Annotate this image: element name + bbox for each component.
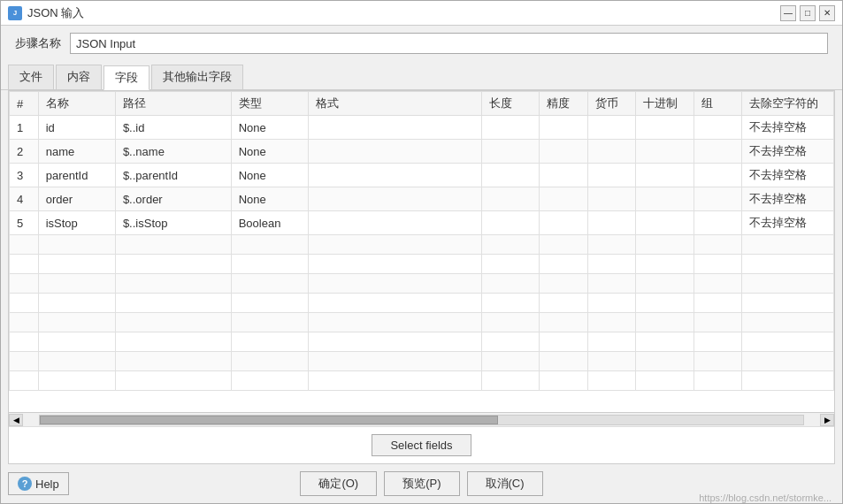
- table-cell: 不去掉空格: [742, 140, 834, 164]
- empty-cell: [231, 294, 308, 313]
- table-cell: [540, 187, 588, 211]
- empty-cell: [587, 255, 636, 274]
- empty-cell: [742, 371, 834, 391]
- title-bar-left: J JSON 输入: [8, 5, 84, 21]
- close-button[interactable]: ✕: [819, 5, 835, 21]
- tab-other-output[interactable]: 其他输出字段: [151, 65, 243, 89]
- maximize-button[interactable]: □: [800, 5, 816, 21]
- select-fields-button[interactable]: Select fields: [372, 434, 471, 456]
- table-cell: None: [231, 116, 308, 140]
- tab-file[interactable]: 文件: [8, 65, 54, 89]
- empty-cell: [115, 371, 231, 391]
- empty-cell: [308, 235, 481, 255]
- tab-fields[interactable]: 字段: [103, 65, 149, 90]
- empty-cell: [38, 332, 115, 352]
- table-cell: 1: [10, 116, 39, 140]
- title-bar: J JSON 输入 — □ ✕: [1, 1, 842, 26]
- empty-cell: [540, 313, 588, 332]
- empty-cell: [308, 332, 481, 352]
- table-body: 1id$..idNone不去掉空格2name$..nameNone不去掉空格3p…: [10, 116, 834, 391]
- empty-cell: [636, 235, 694, 255]
- table-cell: [540, 140, 588, 164]
- empty-cell: [231, 313, 308, 332]
- empty-cell: [482, 294, 540, 313]
- empty-row: [10, 255, 834, 274]
- empty-cell: [694, 274, 742, 294]
- table-row[interactable]: 3parentId$..parentIdNone不去掉空格: [10, 164, 834, 187]
- empty-row: [10, 371, 834, 391]
- table-cell: 3: [10, 164, 39, 187]
- empty-cell: [38, 235, 115, 255]
- empty-cell: [742, 235, 834, 255]
- empty-cell: [308, 371, 481, 391]
- table-row[interactable]: 5isStop$..isStopBoolean不去掉空格: [10, 211, 834, 235]
- horizontal-scrollbar[interactable]: [39, 415, 804, 425]
- main-window: J JSON 输入 — □ ✕ 步骤名称 文件 内容 字段 其他输出字段 # 名…: [0, 0, 843, 504]
- help-label: Help: [35, 477, 59, 491]
- empty-cell: [10, 274, 39, 294]
- confirm-button[interactable]: 确定(O): [300, 471, 377, 496]
- watermark: https://blog.csdn.net/stormke...: [699, 493, 832, 503]
- help-button[interactable]: ? Help: [8, 472, 69, 495]
- col-header-length: 长度: [482, 92, 540, 116]
- table-row[interactable]: 1id$..idNone不去掉空格: [10, 116, 834, 140]
- table-cell: parentId: [38, 164, 115, 187]
- fields-table: # 名称 路径 类型 格式 长度 精度 货币 十进制 组 去除空字符的 1id$…: [9, 91, 834, 391]
- minimize-button[interactable]: —: [780, 5, 796, 21]
- empty-cell: [38, 371, 115, 391]
- empty-cell: [38, 313, 115, 332]
- scrollbar-row: ◀ ▶: [9, 412, 834, 426]
- empty-cell: [308, 274, 481, 294]
- table-cell: [482, 116, 540, 140]
- empty-cell: [742, 352, 834, 371]
- table-cell: [694, 211, 742, 235]
- tab-content[interactable]: 内容: [56, 65, 102, 89]
- empty-row: [10, 332, 834, 352]
- step-name-label: 步骤名称: [15, 35, 61, 51]
- empty-cell: [587, 313, 636, 332]
- scroll-left-button[interactable]: ◀: [9, 414, 23, 426]
- step-name-input[interactable]: [70, 33, 828, 54]
- empty-cell: [587, 371, 636, 391]
- table-cell: [308, 116, 481, 140]
- window-title: JSON 输入: [27, 5, 84, 21]
- table-cell: [482, 140, 540, 164]
- table-cell: None: [231, 187, 308, 211]
- scroll-right-button[interactable]: ▶: [820, 414, 834, 426]
- empty-cell: [540, 371, 588, 391]
- col-header-path: 路径: [115, 92, 231, 116]
- table-row[interactable]: 4order$..orderNone不去掉空格: [10, 187, 834, 211]
- table-cell: id: [38, 116, 115, 140]
- table-cell: [308, 164, 481, 187]
- empty-cell: [10, 294, 39, 313]
- empty-cell: [482, 352, 540, 371]
- empty-cell: [742, 255, 834, 274]
- empty-cell: [587, 352, 636, 371]
- table-cell: 4: [10, 187, 39, 211]
- empty-cell: [694, 294, 742, 313]
- preview-button[interactable]: 预览(P): [384, 471, 459, 496]
- table-cell: [587, 187, 636, 211]
- empty-cell: [38, 294, 115, 313]
- empty-cell: [694, 352, 742, 371]
- table-cell: None: [231, 164, 308, 187]
- col-header-decimal: 十进制: [636, 92, 694, 116]
- col-header-precision: 精度: [540, 92, 588, 116]
- table-cell: $..parentId: [115, 164, 231, 187]
- empty-cell: [10, 332, 39, 352]
- help-icon: ?: [18, 477, 32, 491]
- empty-cell: [231, 332, 308, 352]
- table-cell: 不去掉空格: [742, 211, 834, 235]
- cancel-button[interactable]: 取消(C): [467, 471, 543, 496]
- table-cell: [694, 116, 742, 140]
- table-header-row: # 名称 路径 类型 格式 长度 精度 货币 十进制 组 去除空字符的: [10, 92, 834, 116]
- table-row[interactable]: 2name$..nameNone不去掉空格: [10, 140, 834, 164]
- empty-cell: [231, 235, 308, 255]
- empty-cell: [482, 371, 540, 391]
- table-cell: [540, 164, 588, 187]
- empty-cell: [231, 255, 308, 274]
- empty-cell: [38, 274, 115, 294]
- empty-cell: [115, 255, 231, 274]
- col-header-format: 格式: [308, 92, 481, 116]
- empty-cell: [10, 313, 39, 332]
